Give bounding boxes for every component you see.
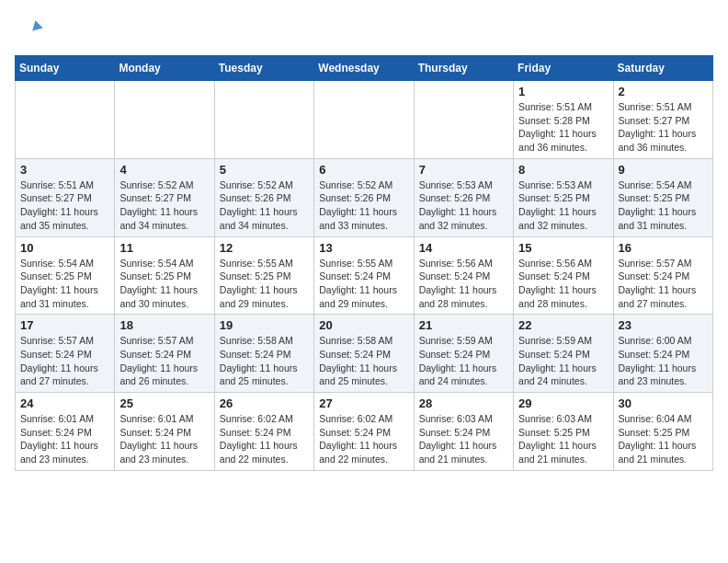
calendar-week-3: 10Sunrise: 5:54 AMSunset: 5:25 PMDayligh… xyxy=(16,236,713,315)
logo xyxy=(15,15,48,44)
weekday-header-monday: Monday xyxy=(115,56,214,81)
day-info: Sunrise: 5:54 AMSunset: 5:25 PMDaylight:… xyxy=(20,257,109,311)
calendar-cell: 17Sunrise: 5:57 AMSunset: 5:24 PMDayligh… xyxy=(16,315,115,393)
svg-rect-0 xyxy=(15,15,44,44)
page-header xyxy=(15,15,713,44)
calendar-cell xyxy=(115,81,214,159)
calendar-table: SundayMondayTuesdayWednesdayThursdayFrid… xyxy=(15,55,713,471)
day-number: 14 xyxy=(419,241,508,255)
calendar-cell: 1Sunrise: 5:51 AMSunset: 5:28 PMDaylight… xyxy=(514,81,613,159)
calendar-cell: 11Sunrise: 5:54 AMSunset: 5:25 PMDayligh… xyxy=(115,236,214,315)
calendar-cell: 30Sunrise: 6:04 AMSunset: 5:25 PMDayligh… xyxy=(613,393,712,471)
calendar-cell: 6Sunrise: 5:52 AMSunset: 5:26 PMDaylight… xyxy=(314,158,414,236)
calendar-cell: 10Sunrise: 5:54 AMSunset: 5:25 PMDayligh… xyxy=(16,236,115,315)
day-info: Sunrise: 6:04 AMSunset: 5:25 PMDaylight:… xyxy=(619,412,708,466)
day-number: 26 xyxy=(220,396,309,410)
calendar-cell: 26Sunrise: 6:02 AMSunset: 5:24 PMDayligh… xyxy=(214,393,313,471)
weekday-header-saturday: Saturday xyxy=(613,56,712,81)
day-info: Sunrise: 5:51 AMSunset: 5:27 PMDaylight:… xyxy=(20,178,109,233)
day-info: Sunrise: 5:53 AMSunset: 5:26 PMDaylight:… xyxy=(419,178,508,233)
weekday-header-sunday: Sunday xyxy=(16,56,115,81)
day-number: 1 xyxy=(518,85,608,98)
weekday-header-thursday: Thursday xyxy=(414,56,513,81)
calendar-week-2: 3Sunrise: 5:51 AMSunset: 5:27 PMDaylight… xyxy=(16,158,713,236)
day-info: Sunrise: 5:52 AMSunset: 5:26 PMDaylight:… xyxy=(220,178,309,233)
day-info: Sunrise: 5:59 AMSunset: 5:24 PMDaylight:… xyxy=(419,334,508,388)
day-info: Sunrise: 6:00 AMSunset: 5:24 PMDaylight:… xyxy=(619,334,708,388)
day-info: Sunrise: 5:51 AMSunset: 5:28 PMDaylight:… xyxy=(518,100,608,155)
weekday-header-wednesday: Wednesday xyxy=(314,56,414,81)
day-number: 19 xyxy=(220,318,309,332)
day-info: Sunrise: 5:52 AMSunset: 5:26 PMDaylight:… xyxy=(319,178,408,233)
calendar-cell: 22Sunrise: 5:59 AMSunset: 5:24 PMDayligh… xyxy=(514,315,613,393)
calendar-cell: 7Sunrise: 5:53 AMSunset: 5:26 PMDaylight… xyxy=(414,158,513,236)
day-number: 20 xyxy=(319,318,408,332)
calendar-cell: 19Sunrise: 5:58 AMSunset: 5:24 PMDayligh… xyxy=(214,315,313,393)
day-number: 16 xyxy=(619,241,708,255)
day-number: 18 xyxy=(119,318,209,332)
day-info: Sunrise: 5:57 AMSunset: 5:24 PMDaylight:… xyxy=(119,334,209,388)
calendar-cell: 5Sunrise: 5:52 AMSunset: 5:26 PMDaylight… xyxy=(214,158,313,236)
day-info: Sunrise: 5:56 AMSunset: 5:24 PMDaylight:… xyxy=(518,257,608,311)
calendar-cell xyxy=(314,81,414,159)
calendar-cell: 15Sunrise: 5:56 AMSunset: 5:24 PMDayligh… xyxy=(514,236,613,315)
calendar-cell: 28Sunrise: 6:03 AMSunset: 5:24 PMDayligh… xyxy=(414,393,513,471)
day-number: 6 xyxy=(319,163,408,177)
day-info: Sunrise: 6:03 AMSunset: 5:25 PMDaylight:… xyxy=(518,412,608,466)
day-info: Sunrise: 5:55 AMSunset: 5:25 PMDaylight:… xyxy=(220,257,309,311)
day-number: 8 xyxy=(518,163,608,177)
day-info: Sunrise: 5:52 AMSunset: 5:27 PMDaylight:… xyxy=(119,178,209,233)
day-number: 9 xyxy=(619,163,708,177)
calendar-header-row: SundayMondayTuesdayWednesdayThursdayFrid… xyxy=(16,56,713,81)
calendar-cell: 23Sunrise: 6:00 AMSunset: 5:24 PMDayligh… xyxy=(613,315,712,393)
day-info: Sunrise: 5:57 AMSunset: 5:24 PMDaylight:… xyxy=(619,257,708,311)
calendar-cell: 16Sunrise: 5:57 AMSunset: 5:24 PMDayligh… xyxy=(613,236,712,315)
calendar-cell: 9Sunrise: 5:54 AMSunset: 5:25 PMDaylight… xyxy=(613,158,712,236)
day-info: Sunrise: 5:58 AMSunset: 5:24 PMDaylight:… xyxy=(220,334,309,388)
calendar-cell xyxy=(214,81,313,159)
day-number: 4 xyxy=(119,163,209,177)
calendar-cell: 29Sunrise: 6:03 AMSunset: 5:25 PMDayligh… xyxy=(514,393,613,471)
calendar-cell: 12Sunrise: 5:55 AMSunset: 5:25 PMDayligh… xyxy=(214,236,313,315)
day-number: 23 xyxy=(619,318,708,332)
day-number: 21 xyxy=(419,318,508,332)
day-number: 15 xyxy=(518,241,608,255)
calendar-cell xyxy=(414,81,513,159)
calendar-week-1: 1Sunrise: 5:51 AMSunset: 5:28 PMDaylight… xyxy=(16,81,713,159)
calendar-cell: 13Sunrise: 5:55 AMSunset: 5:24 PMDayligh… xyxy=(314,236,414,315)
calendar-week-4: 17Sunrise: 5:57 AMSunset: 5:24 PMDayligh… xyxy=(16,315,713,393)
day-info: Sunrise: 5:53 AMSunset: 5:25 PMDaylight:… xyxy=(518,178,608,233)
day-info: Sunrise: 5:55 AMSunset: 5:24 PMDaylight:… xyxy=(319,257,408,311)
calendar-week-5: 24Sunrise: 6:01 AMSunset: 5:24 PMDayligh… xyxy=(16,393,713,471)
weekday-header-friday: Friday xyxy=(514,56,613,81)
weekday-header-tuesday: Tuesday xyxy=(214,56,313,81)
day-info: Sunrise: 5:59 AMSunset: 5:24 PMDaylight:… xyxy=(518,334,608,388)
calendar-cell: 18Sunrise: 5:57 AMSunset: 5:24 PMDayligh… xyxy=(115,315,214,393)
day-number: 10 xyxy=(20,241,109,255)
day-number: 30 xyxy=(619,396,708,410)
day-number: 29 xyxy=(518,396,608,410)
day-info: Sunrise: 6:01 AMSunset: 5:24 PMDaylight:… xyxy=(119,412,209,466)
day-number: 17 xyxy=(20,318,109,332)
day-number: 3 xyxy=(20,163,109,177)
day-info: Sunrise: 6:02 AMSunset: 5:24 PMDaylight:… xyxy=(319,412,408,466)
calendar-cell: 27Sunrise: 6:02 AMSunset: 5:24 PMDayligh… xyxy=(314,393,414,471)
day-number: 11 xyxy=(119,241,209,255)
calendar-cell: 24Sunrise: 6:01 AMSunset: 5:24 PMDayligh… xyxy=(16,393,115,471)
calendar-cell: 2Sunrise: 5:51 AMSunset: 5:27 PMDaylight… xyxy=(613,81,712,159)
day-number: 2 xyxy=(619,85,708,98)
day-info: Sunrise: 6:01 AMSunset: 5:24 PMDaylight:… xyxy=(20,412,109,466)
day-number: 12 xyxy=(220,241,309,255)
day-number: 27 xyxy=(319,396,408,410)
calendar-cell: 8Sunrise: 5:53 AMSunset: 5:25 PMDaylight… xyxy=(514,158,613,236)
day-info: Sunrise: 6:03 AMSunset: 5:24 PMDaylight:… xyxy=(419,412,508,466)
day-info: Sunrise: 5:58 AMSunset: 5:24 PMDaylight:… xyxy=(319,334,408,388)
calendar-cell: 14Sunrise: 5:56 AMSunset: 5:24 PMDayligh… xyxy=(414,236,513,315)
logo-icon xyxy=(15,15,44,44)
day-number: 25 xyxy=(119,396,209,410)
day-number: 24 xyxy=(20,396,109,410)
day-info: Sunrise: 6:02 AMSunset: 5:24 PMDaylight:… xyxy=(220,412,309,466)
calendar-cell: 20Sunrise: 5:58 AMSunset: 5:24 PMDayligh… xyxy=(314,315,414,393)
day-number: 5 xyxy=(220,163,309,177)
day-info: Sunrise: 5:57 AMSunset: 5:24 PMDaylight:… xyxy=(20,334,109,388)
